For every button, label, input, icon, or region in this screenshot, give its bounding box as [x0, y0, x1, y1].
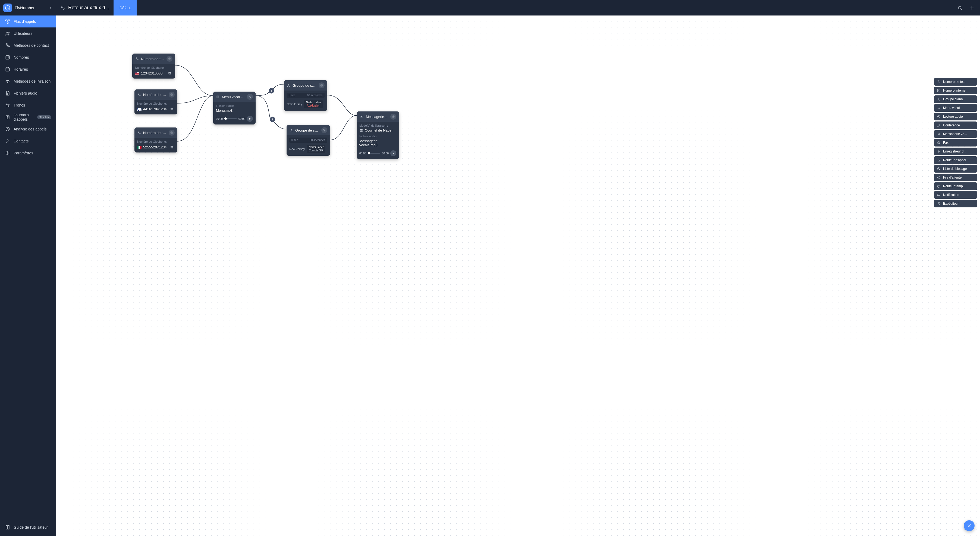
node-ivr[interactable]: Menu vocal p... Fichier audio: Menu.mp3 … [213, 92, 256, 124]
node-phone-2[interactable]: Numéro de té... Numéro de téléphone: 441… [134, 89, 177, 115]
svg-rect-61 [939, 150, 939, 152]
branch-badge-2: 2 [270, 116, 275, 122]
main: Retour aux flux d... Défaut 1 2 [56, 0, 980, 536]
copy-icon [170, 145, 174, 149]
user-icon [937, 97, 940, 101]
phone-icon [135, 57, 139, 61]
analytics-icon [5, 126, 10, 132]
play-button[interactable] [390, 150, 396, 156]
copy-icon [170, 107, 174, 111]
time-start: 00:00 [360, 152, 366, 155]
node-phone-1[interactable]: Numéro de té... Numéro de téléphone: 123… [132, 54, 175, 78]
sidebar-footer: Guide de l'utilisateur [0, 521, 56, 536]
nav-label: Méthodes de livraison [14, 79, 51, 83]
pal-fax[interactable]: Fax [934, 139, 977, 147]
brand-logo [3, 3, 12, 12]
nav-call-logs[interactable]: Journaux d'appels Obsolète [0, 111, 56, 123]
nav-numbers[interactable]: Nombres [0, 51, 56, 63]
copy-button[interactable] [169, 106, 175, 112]
pal-time-router[interactable]: Routeur temp... [934, 182, 977, 190]
pal-recorder[interactable]: Enregistreur d... [934, 148, 977, 155]
svg-point-37 [321, 85, 322, 86]
node-ring-1[interactable]: Groupe de so... 0 sec 60 secondes New Je… [284, 80, 327, 111]
pal-sender[interactable]: Expéditeur [934, 200, 977, 207]
pal-notification[interactable]: Notification [934, 191, 977, 199]
conference-icon [937, 123, 940, 127]
pal-queue[interactable]: File d'attente [934, 174, 977, 181]
route-icon [937, 158, 940, 162]
nav-contacts[interactable]: Contacts [0, 135, 56, 147]
pal-internal-number[interactable]: Numéro interne [934, 87, 977, 94]
svg-point-31 [219, 96, 219, 97]
node-settings[interactable] [167, 56, 172, 62]
node-settings[interactable] [169, 130, 175, 136]
pal-call-router[interactable]: Routeur d'appel [934, 156, 977, 164]
copy-icon [168, 71, 172, 75]
sidebar-collapse-button[interactable] [47, 4, 54, 11]
time-start: 00:00 [216, 117, 223, 120]
play-button[interactable] [247, 116, 253, 122]
flag-uk-icon [137, 108, 142, 111]
search-button[interactable] [955, 2, 965, 13]
back-button[interactable]: Retour aux flux d... [56, 0, 113, 16]
node-settings[interactable] [169, 92, 175, 97]
nav-trunks[interactable]: Troncs [0, 99, 56, 111]
svg-point-56 [938, 124, 939, 125]
pal-ivr[interactable]: Menu vocal [934, 104, 977, 112]
gear-icon [320, 84, 323, 87]
svg-point-26 [217, 96, 217, 96]
keypad-icon [937, 106, 940, 110]
nav-delivery[interactable]: Méthodes de livraison [0, 75, 56, 87]
svg-point-58 [938, 134, 939, 134]
node-title: Numéro de té... [143, 93, 167, 97]
node-settings[interactable] [321, 127, 327, 133]
nav-analytics[interactable]: Analyse des appels [0, 123, 56, 135]
gear-icon [323, 129, 326, 132]
add-button[interactable] [966, 2, 977, 13]
field-label: Fichier audio: [360, 134, 396, 138]
pal-voicemail[interactable]: Messagerie vo... [934, 130, 977, 138]
copy-button[interactable] [167, 70, 172, 76]
nav-call-flows[interactable]: Flux d'appels [0, 16, 56, 27]
fax-icon [937, 141, 940, 145]
svg-point-27 [218, 96, 218, 96]
obsolete-badge: Obsolète [37, 115, 51, 119]
node-settings[interactable] [247, 94, 253, 100]
nav-users[interactable]: Utilisateurs [0, 27, 56, 40]
pal-blocklist[interactable]: Liste de blocage [934, 165, 977, 172]
node-settings[interactable] [390, 113, 396, 120]
gear-icon [5, 150, 10, 156]
node-phone-3[interactable]: Numéro de té... Numéro de téléphone: 525… [134, 128, 177, 153]
nav-schedules[interactable]: Horaires [0, 63, 56, 75]
pal-play-audio[interactable]: Lecture audio [934, 113, 977, 120]
svg-point-36 [288, 85, 289, 86]
node-ring-2[interactable]: Groupe de so... 0 sec 60 secondes New Je… [286, 125, 330, 156]
field-label: Fichier audio: [216, 104, 253, 107]
help-fab[interactable] [964, 520, 975, 531]
voicemail-icon [360, 115, 364, 118]
node-settings[interactable] [318, 82, 325, 88]
svg-point-28 [219, 96, 219, 96]
audio-track[interactable] [368, 153, 380, 154]
copy-button[interactable] [169, 144, 175, 150]
pal-phone-number[interactable]: Numéro de té... [934, 78, 977, 86]
numbers-icon [5, 55, 10, 60]
nav-label: Horaires [14, 67, 28, 72]
svg-point-54 [939, 108, 940, 109]
flow-canvas[interactable]: 1 2 Numéro de té... Numéro de téléphone:… [56, 16, 980, 536]
chevron-left-icon [49, 6, 52, 10]
node-title: Groupe de so... [293, 83, 317, 88]
nav-contact-methods[interactable]: Méthodes de contact [0, 40, 56, 51]
pal-conference[interactable]: Conférence [934, 121, 977, 129]
nav-settings[interactable]: Paramètres [0, 147, 56, 159]
svg-rect-6 [6, 56, 9, 59]
audio-track[interactable] [224, 118, 237, 119]
svg-point-59 [939, 134, 940, 134]
tab-default[interactable]: Défaut [113, 0, 137, 16]
ring-end: 60 secondes [307, 94, 322, 97]
svg-point-38 [291, 129, 292, 131]
node-voicemail[interactable]: Messagerie vo... Mode(s) de livraison : … [356, 112, 399, 159]
nav-audio-files[interactable]: Fichiers audio [0, 87, 56, 99]
pal-ring-group[interactable]: Groupe d'ann... [934, 96, 977, 103]
nav-user-guide[interactable]: Guide de l'utilisateur [0, 521, 56, 533]
